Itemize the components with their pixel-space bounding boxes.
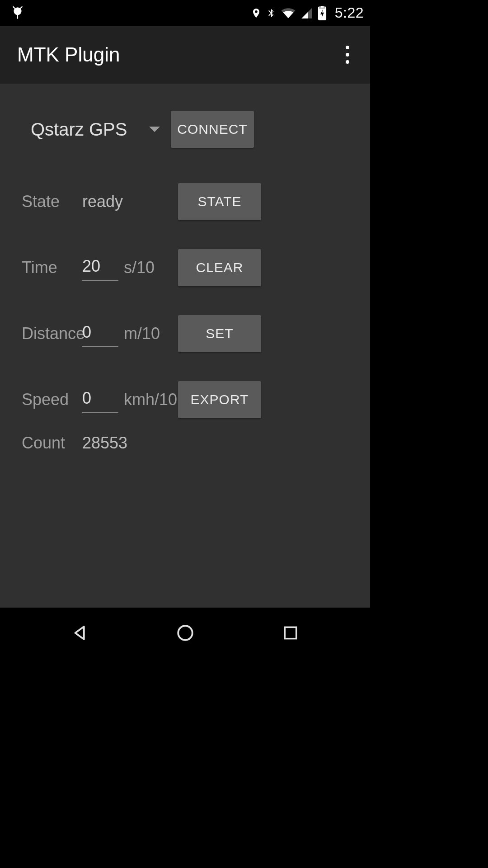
recent-apps-button[interactable] <box>277 619 304 646</box>
speed-input[interactable] <box>82 386 118 413</box>
state-value: ready <box>82 192 178 211</box>
time-input[interactable] <box>82 254 118 281</box>
count-value: 28553 <box>82 434 348 453</box>
distance-label: Distance <box>22 324 82 343</box>
set-button[interactable]: SET <box>178 315 261 352</box>
signal-icon <box>300 7 313 19</box>
distance-unit: m/10 <box>124 324 178 343</box>
svg-rect-6 <box>285 627 296 638</box>
wifi-icon <box>281 7 296 19</box>
chevron-down-icon <box>149 127 160 132</box>
back-button[interactable] <box>66 619 94 646</box>
state-button[interactable]: STATE <box>178 183 261 220</box>
state-label: State <box>22 192 82 211</box>
status-time: 5:22 <box>335 5 364 21</box>
clear-button[interactable]: CLEAR <box>178 249 261 286</box>
connect-button[interactable]: CONNECT <box>171 111 254 148</box>
main-content: Qstarz GPS CONNECT State ready STATE Tim… <box>0 84 370 608</box>
navigation-bar <box>0 608 370 658</box>
count-label: Count <box>22 434 82 453</box>
home-button[interactable] <box>172 619 199 646</box>
action-bar: MTK Plugin <box>0 26 370 84</box>
export-button[interactable]: EXPORT <box>178 381 261 418</box>
svg-rect-3 <box>320 6 324 8</box>
debug-icon <box>12 6 23 20</box>
device-spinner[interactable]: Qstarz GPS <box>22 115 171 144</box>
location-icon <box>251 6 262 20</box>
bluetooth-icon <box>266 6 276 20</box>
speed-label: Speed <box>22 390 82 409</box>
time-unit: s/10 <box>124 258 178 277</box>
app-title: MTK Plugin <box>17 43 120 66</box>
svg-point-5 <box>178 626 192 640</box>
device-spinner-text: Qstarz GPS <box>31 119 127 140</box>
speed-unit: kmh/10 <box>124 390 178 409</box>
distance-input[interactable] <box>82 320 118 347</box>
status-bar: 5:22 <box>0 0 370 26</box>
overflow-menu-button[interactable] <box>338 41 357 68</box>
battery-charging-icon <box>318 6 327 20</box>
time-label: Time <box>22 258 82 277</box>
svg-rect-1 <box>17 14 18 19</box>
